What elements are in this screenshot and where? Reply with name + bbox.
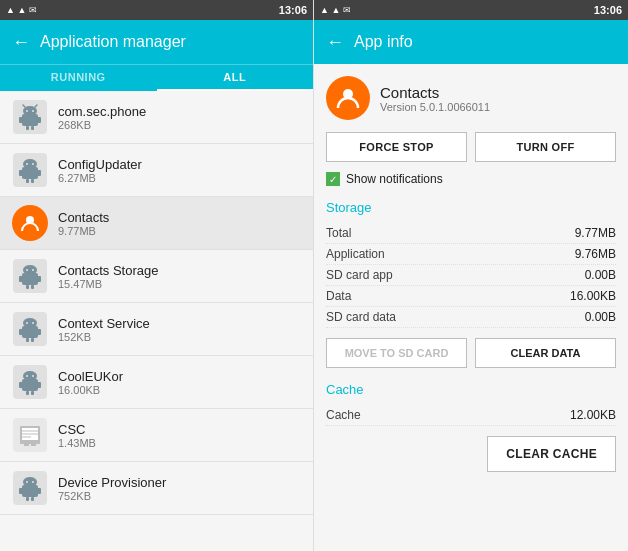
app-name: CoolEUKor [58,369,123,384]
storage-value-sdcard-app: 0.00B [585,268,616,282]
move-to-sd-button[interactable]: MOVE TO SD CARD [326,338,467,368]
svg-rect-33 [37,329,41,335]
app-size: 1.43MB [58,437,96,449]
app-header-text: Contacts Version 5.0.1.0066011 [380,84,490,113]
app-icon-phone [12,99,48,135]
clear-cache-button[interactable]: CLEAR CACHE [487,436,616,472]
app-list: com.sec.phone 268KB [0,91,313,551]
cache-actions: CLEAR CACHE [326,436,616,472]
storage-value-sdcard-data: 0.00B [585,310,616,324]
left-back-button[interactable]: ← [12,32,30,53]
show-notifications[interactable]: ✓ Show notifications [326,172,616,186]
svg-rect-42 [37,382,41,388]
app-icon-contacts-storage [12,258,48,294]
storage-value-application: 9.76MB [575,247,616,261]
left-status-icons: ▲ ▲ ✉ [6,5,37,15]
svg-rect-5 [31,126,34,130]
app-icon-device-provisioner [12,470,48,506]
app-size: 752KB [58,490,166,502]
svg-rect-23 [19,276,23,282]
app-detail-version: Version 5.0.1.0066011 [380,101,490,113]
tab-all[interactable]: ALL [157,65,314,91]
app-info-contacts: Contacts 9.77MB [58,210,109,237]
app-info-device-provisioner: Device Provisioner 752KB [58,475,166,502]
svg-rect-61 [31,497,34,501]
storage-action-buttons: MOVE TO SD CARD CLEAR DATA [326,338,616,368]
app-size: 6.27MB [58,172,142,184]
turn-off-button[interactable]: TURN OFF [475,132,616,162]
app-size: 15.47MB [58,278,158,290]
right-back-button[interactable]: ← [326,32,344,53]
svg-point-64 [32,481,34,483]
app-name: com.sec.phone [58,104,146,119]
tab-running[interactable]: RUNNING [0,65,157,91]
app-detail-header: Contacts Version 5.0.1.0066011 [326,76,616,120]
list-item[interactable]: Context Service 152KB [0,303,313,356]
list-item[interactable]: CSC 1.43MB [0,409,313,462]
svg-rect-35 [31,338,34,342]
app-icon-config [12,152,48,188]
list-item[interactable]: CoolEUKor 16.00KB [0,356,313,409]
list-item[interactable]: Contacts Storage 15.47MB [0,250,313,303]
svg-rect-43 [26,391,29,395]
app-detail: Contacts Version 5.0.1.0066011 FORCE STO… [314,64,628,551]
svg-rect-16 [31,179,34,183]
app-size: 16.00KB [58,384,123,396]
svg-rect-59 [37,488,41,494]
app-icon-csc [12,417,48,453]
storage-table: Total 9.77MB Application 9.76MB SD card … [326,223,616,328]
list-item-contacts[interactable]: Contacts 9.77MB [0,197,313,250]
svg-point-36 [23,318,37,328]
storage-label-sdcard-app: SD card app [326,268,393,282]
svg-point-28 [26,269,28,271]
svg-rect-15 [26,179,29,183]
notifications-checkbox[interactable]: ✓ [326,172,340,186]
app-name: CSC [58,422,96,437]
svg-point-9 [26,110,28,112]
right-panel: ▲ ▲ ✉ 13:06 ← App info Contacts Version … [314,0,628,551]
svg-point-46 [26,375,28,377]
cache-value: 12.00KB [570,408,616,422]
storage-value-data: 16.00KB [570,289,616,303]
right-toolbar: ← App info [314,20,628,64]
app-size: 152KB [58,331,150,343]
storage-value-total: 9.77MB [575,226,616,240]
svg-point-19 [32,163,34,165]
svg-rect-41 [19,382,23,388]
clear-data-button[interactable]: CLEAR DATA [475,338,616,368]
app-name: Device Provisioner [58,475,166,490]
right-title: App info [354,33,413,51]
storage-row-sdcard-app: SD card app 0.00B [326,265,616,286]
app-name: Contacts Storage [58,263,158,278]
app-icon-context [12,311,48,347]
left-tabs: RUNNING ALL [0,64,313,91]
svg-rect-44 [31,391,34,395]
left-status-bar: ▲ ▲ ✉ 13:06 [0,0,313,20]
right-status-bar: ▲ ▲ ✉ 13:06 [314,0,628,20]
cache-row: Cache 12.00KB [326,405,616,426]
storage-label-sdcard-data: SD card data [326,310,396,324]
svg-rect-55 [31,444,36,446]
svg-point-17 [23,159,37,169]
left-title: Application manager [40,33,186,51]
app-size: 9.77MB [58,225,109,237]
svg-point-38 [32,322,34,324]
list-item[interactable]: ConfigUpdater 6.27MB [0,144,313,197]
svg-rect-54 [24,444,29,446]
contacts-detail-icon [326,76,370,120]
left-panel: ▲ ▲ ✉ 13:06 ← Application manager RUNNIN… [0,0,314,551]
storage-row-total: Total 9.77MB [326,223,616,244]
force-stop-button[interactable]: FORCE STOP [326,132,467,162]
notifications-label: Show notifications [346,172,443,186]
app-info-cooleukor: CoolEUKor 16.00KB [58,369,123,396]
svg-rect-25 [26,285,29,289]
left-toolbar: ← Application manager [0,20,313,64]
svg-point-29 [32,269,34,271]
svg-point-27 [23,265,37,275]
svg-point-63 [26,481,28,483]
app-info-context: Context Service 152KB [58,316,150,343]
list-item[interactable]: com.sec.phone 268KB [0,91,313,144]
app-name: ConfigUpdater [58,157,142,172]
list-item[interactable]: Device Provisioner 752KB [0,462,313,515]
storage-row-data: Data 16.00KB [326,286,616,307]
